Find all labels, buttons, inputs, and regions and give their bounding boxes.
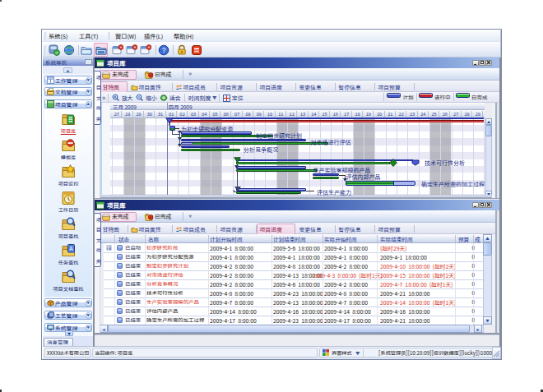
svg-text:?: ?: [162, 46, 166, 54]
svg-text:A: A: [69, 244, 73, 252]
